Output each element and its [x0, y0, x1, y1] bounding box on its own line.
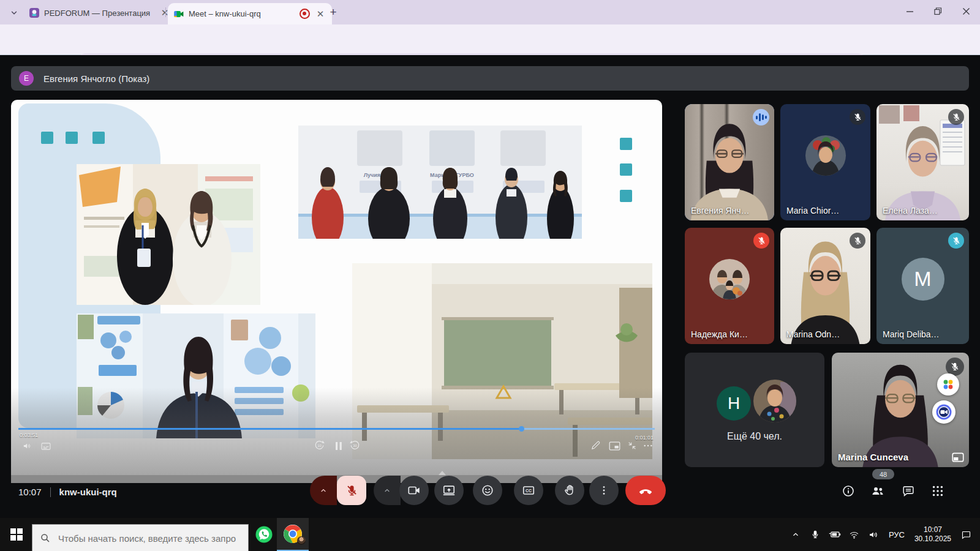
camera-lens-icon [936, 404, 952, 420]
total-time: 0:01:01 [635, 435, 654, 441]
call-end-icon [638, 482, 654, 498]
participant-avatar: M [902, 258, 944, 301]
participant-tile-maria[interactable]: Maria Chior… [780, 104, 870, 220]
camera-toggle-button[interactable] [399, 476, 429, 505]
tray-clock[interactable]: 10:07 30.10.2025 [914, 525, 951, 544]
info-icon [842, 484, 855, 498]
taskbar-chrome[interactable] [277, 518, 309, 551]
camera-icon [407, 484, 421, 497]
participant-tile-mariq[interactable]: M Mariq Deliba… [876, 228, 969, 344]
mic-off-icon [952, 236, 961, 246]
tray-mic-icon[interactable] [807, 527, 823, 542]
activities-button[interactable] [930, 483, 946, 499]
tray-volume-icon[interactable] [866, 527, 882, 542]
speaker-icon [869, 530, 879, 539]
chat-panel-button[interactable] [900, 483, 916, 499]
tray-time: 10:07 [914, 525, 951, 534]
slide-photo-two-women [77, 164, 260, 305]
minimize-icon [906, 7, 914, 15]
player-pause-button[interactable] [334, 441, 343, 451]
player-rewind-button[interactable]: 10 [314, 440, 325, 451]
end-call-button[interactable] [625, 476, 666, 505]
reactions-button[interactable] [473, 476, 502, 505]
pencil-icon [590, 440, 601, 451]
browser-toolbar: meet.google.com/knw-ukui-qrq [0, 24, 980, 55]
extension-widget-button[interactable] [937, 373, 959, 395]
window-restore-button[interactable] [924, 0, 952, 22]
video-progress-bar[interactable] [18, 428, 655, 430]
participant-name: Marina Odn… [786, 329, 840, 339]
mic-muted-icon [850, 109, 865, 125]
player-collapse-button[interactable] [627, 441, 637, 451]
tab-pedforum[interactable]: PEDFORUM — Презентация ✕ [23, 4, 176, 21]
tab-close-icon[interactable]: ✕ [315, 9, 326, 20]
stage-collapse-caret[interactable] [439, 471, 446, 475]
present-button[interactable] [434, 476, 464, 505]
new-tab-button[interactable]: + [326, 6, 341, 20]
whatsapp-icon [255, 525, 273, 544]
window-controls [895, 0, 980, 22]
mic-options-chevron[interactable] [310, 476, 337, 505]
people-panel-button[interactable] [870, 483, 886, 499]
start-button[interactable] [6, 525, 27, 544]
more-options-button[interactable] [589, 476, 619, 505]
apps-grid-icon [931, 484, 944, 498]
captions-button[interactable]: CC [514, 476, 543, 505]
meeting-footer-info: 10:07 knw-ukui-qrq [18, 487, 117, 497]
player-shade [11, 388, 662, 475]
shared-screen[interactable]: Лучия КУКУ Мариана ГУРБО [11, 100, 662, 475]
participant-tile-marina-o[interactable]: Marina Odn… [780, 228, 870, 344]
tile-pip-button[interactable] [952, 452, 964, 462]
people-icon [870, 484, 885, 498]
mic-muted-icon [850, 233, 865, 249]
collapse-arrows-icon [627, 441, 637, 451]
tab-search-button[interactable] [6, 6, 22, 20]
raise-hand-button[interactable] [555, 476, 584, 505]
presenter-banner: E Евгения Янчогло (Показ) [11, 66, 969, 91]
player-more-button[interactable] [643, 443, 653, 448]
player-draw-button[interactable] [590, 440, 601, 451]
meeting-details-button[interactable] [840, 483, 856, 499]
mic-toggle-button[interactable] [337, 476, 366, 505]
avatar-photo [753, 380, 796, 422]
player-subtitles-button[interactable] [40, 441, 51, 451]
recording-indicator-icon [300, 9, 310, 19]
participant-name: Mariq Deliba… [883, 329, 940, 339]
more-participants-tile[interactable]: H Ещё 40 чел. [685, 353, 824, 467]
progress-knob[interactable] [519, 426, 524, 432]
participant-tile-evgenia[interactable]: Евгения Янч… [685, 104, 774, 220]
window-close-button[interactable] [952, 0, 980, 22]
mic-off-icon [950, 362, 960, 372]
camera-options-chevron[interactable] [374, 476, 401, 505]
search-input[interactable] [57, 533, 237, 544]
taskbar-search[interactable] [32, 524, 249, 551]
speaker-icon [22, 441, 32, 451]
tray-hidden-icons-button[interactable] [788, 527, 804, 542]
microphone-icon [810, 530, 820, 539]
taskbar-whatsapp[interactable] [251, 518, 277, 551]
participant-tile-elena[interactable]: Елена Лаза… [876, 104, 969, 220]
participant-name: Евгения Янч… [691, 206, 750, 216]
presenter-name: Евгения Янчогло (Показ) [43, 73, 149, 84]
tray-wifi-icon[interactable] [846, 527, 862, 542]
participant-tile-nadezhda[interactable]: Надежда Ки… [685, 228, 774, 344]
overflow-avatar: H [717, 386, 751, 421]
slide-decor-square [620, 190, 632, 202]
window-minimize-button[interactable] [895, 0, 924, 22]
person-silhouette [685, 115, 774, 220]
pedforum-favicon-icon [29, 8, 39, 18]
kebab-menu-icon [598, 484, 610, 497]
player-forward-button[interactable]: 30 [349, 440, 361, 451]
player-pip-button[interactable] [609, 441, 620, 451]
extension-camera-button[interactable] [932, 400, 956, 424]
action-center-button[interactable] [958, 527, 974, 542]
tray-date: 30.10.2025 [914, 534, 951, 544]
mic-muted-icon [753, 233, 769, 249]
tray-battery-icon[interactable] [827, 527, 843, 542]
mic-off-icon [757, 236, 766, 246]
slide-decor-square [41, 132, 53, 144]
player-volume-button[interactable] [22, 441, 32, 451]
colorful-apps-icon [943, 379, 954, 390]
tab-meet[interactable]: Meet – knw-ukui-qrq ✕ [168, 3, 332, 24]
tray-language-indicator[interactable]: РУС [889, 530, 905, 539]
